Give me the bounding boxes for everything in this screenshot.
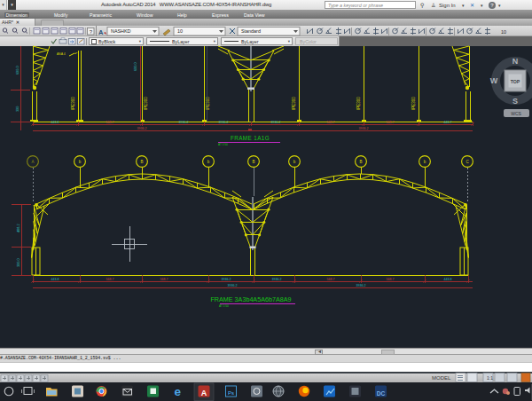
svg-text:B: B [359, 160, 362, 164]
svg-text:FRAME 1A1G: FRAME 1A1G [231, 135, 270, 141]
svg-text:443.8: 443.8 [444, 278, 452, 281]
svg-text:568.7: 568.7 [387, 278, 395, 281]
svg-text:600.0: 600.0 [134, 62, 137, 71]
svg-text:AT 1:50: AT 1:50 [219, 304, 229, 308]
svg-text:b: b [424, 160, 426, 164]
svg-text:600.0: 600.0 [16, 66, 20, 75]
svg-text:3936.2: 3936.2 [272, 278, 282, 281]
svg-text:443.8: 443.8 [51, 121, 59, 124]
svg-text:488.2: 488.2 [17, 224, 20, 232]
svg-text:W: W [490, 76, 498, 85]
svg-text:3936.2: 3936.2 [359, 127, 369, 130]
svg-text:443.8: 443.8 [51, 278, 59, 281]
svg-text:A: A [201, 389, 207, 397]
svg-text:300: 300 [16, 106, 20, 112]
svg-text:e: e [175, 385, 182, 398]
svg-text:IPE300: IPE300 [71, 97, 75, 110]
svg-text:3936.2: 3936.2 [356, 284, 366, 287]
svg-text:3936.2: 3936.2 [228, 284, 238, 287]
svg-text:300.0: 300.0 [17, 258, 20, 267]
svg-text:IPE300: IPE300 [206, 97, 210, 110]
svg-text:IPE300: IPE300 [144, 97, 148, 110]
svg-text:568.7: 568.7 [106, 121, 114, 124]
svg-text:3936.2: 3936.2 [219, 121, 229, 124]
svg-text:WCS: WCS [511, 111, 521, 116]
svg-text:568.7: 568.7 [160, 278, 168, 281]
svg-text:B: B [252, 160, 254, 164]
svg-text:A: A [98, 28, 104, 36]
svg-text:TOP: TOP [511, 79, 520, 84]
svg-text:Standard: Standard [241, 28, 261, 34]
svg-text:568.7: 568.7 [327, 121, 335, 124]
svg-text:NASHKD: NASHKD [111, 28, 131, 34]
svg-text:S: S [512, 97, 518, 106]
svg-text:568.7: 568.7 [106, 278, 114, 281]
svg-text:FRAME 3A3b4A5A6b7A8A9: FRAME 3A3b4A5A6b7A8A9 [210, 295, 291, 303]
svg-text:AT 1:50: AT 1:50 [218, 143, 228, 146]
svg-text:568.7: 568.7 [387, 121, 395, 124]
svg-text:3936.2: 3936.2 [137, 127, 147, 130]
svg-text:IPE300: IPE300 [411, 97, 416, 110]
svg-text:ASA 4: ASA 4 [57, 52, 66, 56]
svg-text:A: A [31, 160, 34, 164]
svg-text:IPE300: IPE300 [356, 97, 361, 110]
svg-text:MODEL: MODEL [432, 375, 451, 381]
svg-text:IPE300: IPE300 [292, 97, 296, 110]
svg-text:b: b [293, 160, 296, 164]
svg-text:10: 10 [177, 28, 183, 34]
svg-text:N: N [512, 57, 519, 66]
svg-text:443.7: 443.7 [444, 121, 452, 124]
svg-text:10: 10 [501, 29, 506, 35]
svg-text:DC: DC [377, 390, 386, 397]
svg-text:C: C [466, 160, 469, 164]
svg-text:Ps: Ps [228, 390, 234, 396]
svg-text:3936.2: 3936.2 [179, 121, 189, 124]
svg-text:B: B [140, 160, 143, 164]
svg-text:568.7: 568.7 [327, 278, 335, 281]
svg-text:b: b [79, 160, 82, 164]
svg-text:1:1: 1:1 [487, 375, 493, 381]
svg-text:3936.2: 3936.2 [222, 278, 231, 281]
svg-text:b: b [207, 160, 210, 164]
svg-text:3936.2: 3936.2 [271, 121, 281, 124]
